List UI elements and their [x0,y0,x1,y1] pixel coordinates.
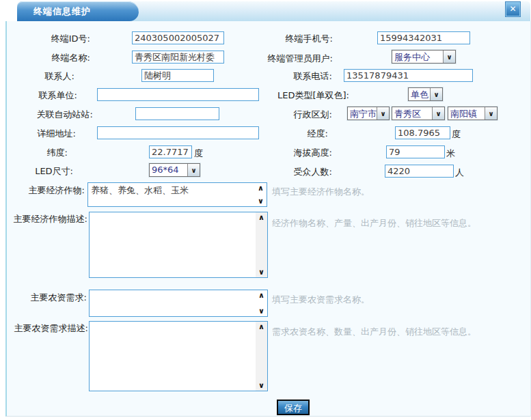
chevron-up-icon[interactable]: ∧ [258,214,264,221]
address-input[interactable] [97,126,259,139]
altitude-input[interactable] [386,145,445,158]
agri-needs-desc-textarea-wrap: ∧ ∨ [89,321,268,391]
main-crops-textarea-wrap: 养猪、养兔、水稻、玉米 ∧ ∨ [87,182,267,207]
main-crops-desc-hint: 经济作物名称、产量、出产月份、销往地区等信息。 [272,217,476,229]
contact-phone-input[interactable] [344,69,473,82]
altitude-label: 海拔高度: [294,147,332,159]
audience-unit: 人 [455,167,464,179]
textarea-scrollbar[interactable]: ∧ ∨ [256,322,267,391]
district-city-select[interactable]: 南宁市 ∨ [347,107,390,120]
contact-unit-label: 联系单位: [39,89,77,102]
chevron-up-icon[interactable]: ∧ [258,184,264,192]
terminal-admin-label: 终端管理员用户: [268,53,333,65]
led-size-select[interactable]: 96*64 ∨ [149,163,200,177]
chevron-down-icon[interactable]: ∨ [443,51,455,63]
terminal-name-input[interactable] [132,51,224,64]
terminal-phone-input[interactable] [377,31,470,44]
terminal-id-label: 终端ID号: [51,33,90,45]
chevron-down-icon[interactable]: ∨ [258,307,264,315]
terminal-id-input[interactable] [132,31,224,44]
led-size-label: LED尺寸: [35,165,73,178]
audience-input[interactable] [385,165,454,178]
chevron-down-icon[interactable]: ∨ [187,164,200,176]
terminal-info-dialog: 终端信息维护 ✕ 终端ID号: 终端手机号: 终端名称: 终端管理员用户: 服务… [0,0,531,420]
textarea-scrollbar[interactable]: ∧ ∨ [256,290,267,316]
audience-label: 受众人数: [294,166,332,178]
chevron-up-icon[interactable]: ∧ [258,292,264,299]
district-county-selected-value: 青秀区 [392,107,432,120]
agri-needs-label: 主要农资需求: [31,292,87,304]
terminal-phone-label: 终端手机号: [286,33,333,45]
contact-phone-label: 联系电话: [294,70,332,83]
terminal-name-label: 终端名称: [52,52,90,64]
terminal-admin-selected-value: 服务中心 [392,51,443,63]
chevron-down-icon[interactable]: ∨ [377,107,389,120]
auto-station-input[interactable] [135,107,219,120]
contact-person-label: 联系人: [45,70,74,83]
chevron-down-icon[interactable]: ∨ [430,88,442,100]
chevron-down-icon[interactable]: ∨ [258,197,264,205]
agri-needs-desc-label: 主要农资需求描述: [14,322,88,335]
auto-station-label: 关联自动站站: [37,109,93,121]
led-size-selected-value: 96*64 [150,164,187,176]
altitude-unit: 米 [446,148,455,160]
longitude-input[interactable] [395,126,450,139]
save-button[interactable]: 保存 [277,400,310,415]
led-type-select[interactable]: 单色 ∨ [408,87,443,101]
main-crops-hint: 填写主要经济作物名称。 [272,186,370,198]
latitude-unit: 度 [194,148,203,160]
chevron-down-icon[interactable]: ∨ [432,107,444,120]
textarea-scrollbar[interactable]: ∧ ∨ [256,212,267,277]
latitude-label: 纬度: [47,147,68,159]
led-type-selected-value: 单色 [409,88,430,100]
latitude-input[interactable] [149,145,192,158]
district-town-select[interactable]: 南阳镇 ∨ [448,107,498,120]
district-label: 行政区划: [294,109,332,121]
led-type-label: LED类型[单双色]: [277,89,349,102]
main-crops-desc-label: 主要经济作物描述: [14,213,87,225]
district-county-select[interactable]: 青秀区 ∨ [392,107,445,120]
agri-needs-hint: 填写主要农资需求名称。 [272,294,370,306]
agri-needs-textarea[interactable] [90,290,267,316]
chevron-down-icon[interactable]: ∨ [258,382,264,389]
textarea-scrollbar[interactable]: ∧ ∨ [255,183,267,206]
chevron-up-icon[interactable]: ∧ [258,323,264,331]
contact-unit-input[interactable] [97,88,259,101]
dialog-title: 终端信息维护 [17,1,139,21]
district-town-selected-value: 南阳镇 [448,107,485,120]
agri-needs-textarea-wrap: ∧ ∨ [89,290,268,317]
longitude-label: 经度: [308,128,328,140]
main-crops-desc-textarea-wrap: ∧ ∨ [89,212,268,278]
address-label: 详细地址: [38,128,76,140]
main-crops-desc-textarea[interactable] [90,212,267,277]
close-icon[interactable]: ✕ [506,2,520,16]
longitude-unit: 度 [452,128,461,141]
chevron-down-icon[interactable]: ∨ [485,107,497,120]
agri-needs-desc-hint: 需求农资名称、数量、出产月份、销往地区等信息。 [272,326,476,338]
terminal-admin-select[interactable]: 服务中心 ∨ [392,50,456,64]
main-crops-textarea[interactable]: 养猪、养兔、水稻、玉米 [88,183,267,206]
agri-needs-desc-textarea[interactable] [90,322,267,391]
district-city-selected-value: 南宁市 [348,107,377,120]
chevron-down-icon[interactable]: ∨ [258,268,264,276]
main-crops-label: 主要经济作物: [29,184,85,197]
contact-person-input[interactable] [141,69,214,82]
